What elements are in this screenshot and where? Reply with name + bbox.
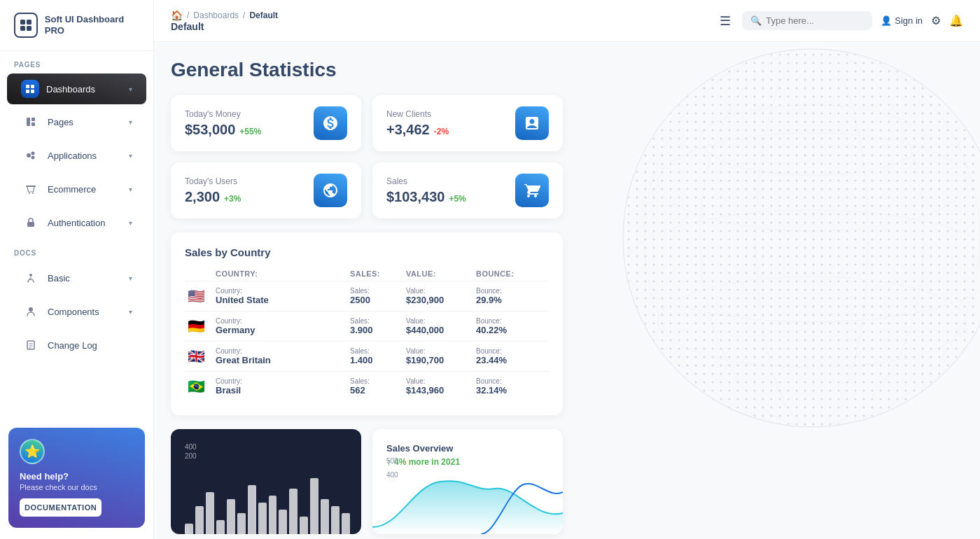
table-row: 🇩🇪 Country: Germany Sales: 3.900 Value: …: [185, 311, 549, 341]
user-icon: 👤: [881, 15, 892, 26]
home-icon: 🏠: [171, 10, 183, 21]
sidebar-item-authentication[interactable]: Authentication ▾: [7, 206, 146, 239]
country-col-label: Country:: [216, 377, 350, 385]
svg-rect-6: [26, 90, 29, 93]
svg-rect-8: [27, 118, 30, 126]
menu-icon[interactable]: ☰: [720, 13, 731, 29]
svg-point-19: [29, 307, 33, 312]
table-header: Country: Sales: Value: Bounce:: [185, 270, 549, 278]
value-amount: $230,900: [406, 295, 476, 305]
bounce-col-label: Bounce:: [476, 377, 546, 385]
table-row: 🇧🇷 Country: Brasil Sales: 562 Value: $14…: [185, 371, 549, 401]
country-name: Great Britain: [216, 355, 350, 365]
bounce-rate: 23.44%: [476, 355, 546, 365]
sales-col-label: Sales:: [350, 317, 406, 325]
help-subtitle: Please check our docs: [20, 483, 134, 491]
stat-label-money: Today's Money: [185, 109, 261, 119]
svg-rect-17: [27, 222, 34, 227]
dashboards-icon-bg: [21, 80, 39, 98]
stat-icon-sales: [515, 174, 549, 207]
bar: [331, 506, 340, 534]
bar: [310, 478, 318, 534]
sales-ylabel-400: 400: [386, 471, 398, 479]
chevron-down-icon: ▾: [129, 118, 132, 126]
bar: [321, 499, 329, 534]
logo-icon: [14, 13, 38, 38]
sidebar-logo: Soft UI Dashboard PRO: [0, 0, 153, 51]
app-name: Soft UI Dashboard PRO: [45, 14, 139, 36]
sidebar-item-label: Pages: [48, 117, 122, 127]
sidebar-item-basic[interactable]: Basic ▾: [7, 262, 146, 294]
settings-icon[interactable]: ⚙: [931, 14, 941, 27]
svg-point-28: [700, 105, 924, 175]
docs-section-label: DOCS: [0, 239, 153, 261]
sales-overview-subtitle: 4% more in 2021: [394, 457, 460, 467]
country-name: Brasil: [216, 385, 350, 396]
value-col-label: Value:: [406, 317, 476, 325]
bar: [300, 517, 308, 534]
svg-point-30: [658, 276, 966, 368]
svg-point-12: [31, 152, 35, 155]
table-row: 🇬🇧 Country: Great Britain Sales: 1.400 V…: [185, 341, 549, 371]
applications-icon: [21, 146, 41, 165]
value-amount: $143,960: [406, 385, 476, 396]
sales-ylabel-500: 500: [386, 457, 398, 465]
stat-info-clients: New Clients +3,462 -2%: [386, 109, 449, 138]
breadcrumb-separator: /: [187, 10, 189, 20]
svg-rect-9: [31, 118, 35, 121]
stat-label-clients: New Clients: [386, 109, 449, 119]
breadcrumb-separator-2: /: [243, 10, 245, 20]
svg-rect-14: [26, 186, 36, 187]
bounce-rate: 40.22%: [476, 325, 546, 335]
sidebar-item-label: Change Log: [48, 340, 132, 351]
svg-point-18: [29, 274, 32, 276]
svg-point-24: [624, 50, 980, 426]
stat-icon-money: [314, 106, 347, 140]
sales-value: 2500: [350, 295, 406, 305]
breadcrumb-dashboards[interactable]: Dashboards: [193, 10, 239, 20]
bounce-rate: 29.9%: [476, 295, 546, 305]
sales-line-chart: [372, 471, 563, 534]
stat-change-users: +3%: [224, 194, 241, 204]
svg-rect-25: [624, 50, 980, 426]
bar: [216, 520, 225, 534]
globe-decoration: [574, 42, 980, 490]
svg-point-16: [32, 192, 34, 194]
sales-by-country-card: Sales by Country Country: Sales: Value: …: [171, 232, 563, 415]
country-table-rows: 🇺🇸 Country: United State Sales: 2500 Val…: [185, 281, 549, 401]
stat-change-money: +55%: [239, 127, 261, 136]
sidebar-item-dashboards[interactable]: Dashboards ▾: [7, 74, 146, 104]
sidebar-item-pages[interactable]: Pages ▾: [7, 106, 146, 138]
sidebar-item-components[interactable]: Components ▾: [7, 295, 146, 328]
stat-change-sales: +5%: [449, 194, 465, 204]
bounce-col-label: Bounce:: [476, 287, 546, 295]
svg-point-32: [700, 49, 924, 427]
stat-value-money: $53,000: [185, 122, 235, 138]
search-box: 🔍: [742, 11, 872, 30]
sidebar-item-applications[interactable]: Applications ▾: [7, 139, 146, 172]
sign-in-button[interactable]: 👤 Sign in: [881, 15, 923, 26]
search-input[interactable]: [766, 15, 864, 26]
country-flag: 🇺🇸: [188, 288, 216, 304]
stat-card-clients: New Clients +3,462 -2%: [372, 95, 563, 151]
sidebar-item-label: Dashboards: [46, 84, 122, 94]
country-flag: 🇬🇧: [188, 348, 216, 365]
value-amount: $440,000: [406, 325, 476, 335]
chevron-down-icon: ▾: [129, 152, 132, 160]
notification-icon[interactable]: 🔔: [949, 14, 963, 27]
value-amount: $190,700: [406, 355, 476, 365]
svg-point-33: [644, 49, 980, 427]
documentation-button[interactable]: DOCUMENTATION: [20, 498, 102, 517]
bar: [206, 492, 214, 534]
chevron-down-icon: ▾: [129, 274, 132, 282]
sidebar-item-ecommerce[interactable]: Ecommerce ▾: [7, 173, 146, 205]
col-header-value: Value:: [406, 270, 476, 278]
breadcrumb-current: Default: [249, 10, 278, 20]
stat-icon-users: [314, 174, 347, 207]
svg-point-11: [27, 153, 31, 158]
sidebar-item-changelog[interactable]: Change Log: [7, 329, 146, 361]
bar: [227, 499, 235, 534]
sidebar-item-label: Ecommerce: [48, 184, 122, 195]
pages-icon: [21, 112, 41, 132]
svg-point-26: [623, 49, 980, 427]
